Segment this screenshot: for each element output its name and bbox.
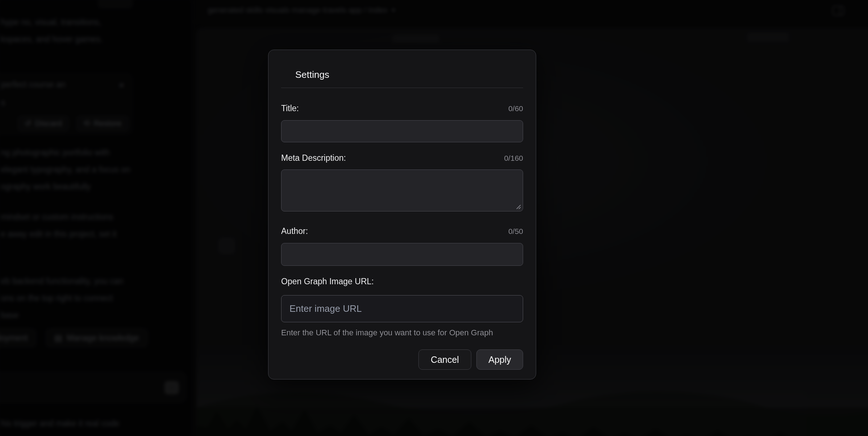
meta-description-textarea[interactable]	[281, 169, 523, 211]
author-counter: 0/50	[508, 226, 523, 236]
app-window: hype no, visual, transitions, kspaces, a…	[0, 0, 868, 436]
title-input[interactable]	[281, 120, 523, 142]
settings-dialog: Settings Title: 0/60 Meta Description: 0…	[268, 50, 536, 380]
apply-button[interactable]: Apply	[476, 349, 523, 370]
dialog-title: Settings	[295, 68, 523, 81]
author-label: Author:	[281, 226, 308, 236]
meta-description-label: Meta Description:	[281, 153, 346, 163]
dialog-divider	[281, 88, 523, 88]
meta-description-counter: 0/160	[504, 153, 523, 163]
author-input[interactable]	[281, 243, 523, 266]
og-image-url-label: Open Graph Image URL:	[281, 276, 374, 286]
og-image-url-helper: Enter the URL of the image you want to u…	[281, 328, 523, 338]
cancel-button[interactable]: Cancel	[418, 349, 471, 370]
title-label: Title:	[281, 103, 299, 113]
og-image-url-input[interactable]	[281, 295, 523, 322]
title-counter: 0/60	[508, 104, 523, 114]
